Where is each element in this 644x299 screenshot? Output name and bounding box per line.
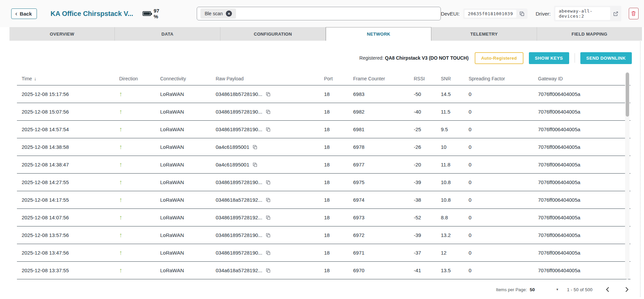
column-header-connectivity: Connectivity bbox=[160, 76, 216, 81]
cell-direction: ↑ bbox=[117, 179, 160, 186]
cell-spreading-factor: 0 bbox=[469, 250, 538, 256]
uplink-arrow-icon: ↑ bbox=[119, 249, 123, 256]
cell-raw-payload: 034861895728190... bbox=[216, 250, 322, 256]
tab-configuration[interactable]: CONFIGURATION bbox=[220, 27, 326, 41]
cell-snr: 11.5 bbox=[441, 109, 469, 115]
driver-pill: abeeway-all-devices:2 bbox=[554, 6, 621, 21]
top-bar: ‹ Back KA Office Chirspstack V... 97 % B… bbox=[0, 0, 644, 27]
cell-snr: 12 bbox=[441, 250, 469, 256]
cell-rssi: -39 bbox=[410, 232, 441, 238]
deveui-pill: 20635f0181001039 bbox=[463, 8, 528, 19]
cell-gateway-id: 7076ff006404005a bbox=[538, 250, 630, 256]
scrollbar-thumb[interactable] bbox=[626, 73, 629, 117]
cell-connectivity: LoRaWAN bbox=[160, 162, 216, 167]
delete-device-button[interactable] bbox=[629, 8, 639, 19]
cell-raw-payload: 0a4c61895001 bbox=[216, 162, 322, 167]
cell-spreading-factor: 0 bbox=[469, 91, 538, 97]
chip-remove-icon[interactable]: ✕ bbox=[226, 11, 232, 17]
next-page-button[interactable] bbox=[623, 286, 630, 293]
tab-bar: OVERVIEWDATACONFIGURATIONNETWORKTELEMETR… bbox=[9, 27, 642, 41]
cell-raw-payload: 0a4c61895001 bbox=[216, 144, 322, 150]
cell-gateway-id: 7076ff006404005a bbox=[538, 144, 630, 150]
copy-payload-icon[interactable] bbox=[265, 250, 271, 256]
cell-direction: ↑ bbox=[117, 108, 160, 116]
cell-frame-counter: 6983 bbox=[353, 91, 410, 97]
column-label: Spreading Factor bbox=[469, 76, 505, 81]
search-input[interactable] bbox=[239, 11, 437, 16]
tab-overview[interactable]: OVERVIEW bbox=[9, 27, 115, 41]
previous-page-button[interactable] bbox=[604, 286, 611, 293]
copy-payload-icon[interactable] bbox=[265, 233, 271, 238]
column-header-time[interactable]: Time↓ bbox=[22, 76, 117, 81]
back-button[interactable]: ‹ Back bbox=[11, 8, 37, 19]
copy-payload-icon[interactable] bbox=[252, 144, 258, 150]
cell-frame-counter: 6975 bbox=[353, 179, 410, 185]
cell-frame-counter: 6973 bbox=[353, 215, 410, 220]
cell-gateway-id: 7076ff006404005a bbox=[538, 215, 630, 220]
column-header-rssi: RSSI bbox=[410, 76, 441, 81]
send-downlink-button[interactable]: SEND DOWNLINK bbox=[580, 52, 632, 64]
copy-payload-icon[interactable] bbox=[252, 162, 258, 167]
cell-port: 18 bbox=[322, 250, 353, 256]
open-driver-external-link-icon[interactable] bbox=[613, 11, 619, 17]
show-keys-button[interactable]: SHOW KEYS bbox=[529, 52, 569, 64]
tab-telemetry[interactable]: TELEMETRY bbox=[431, 27, 537, 41]
battery-icon bbox=[143, 11, 151, 16]
network-toolbar: Registered: QA8 Chirpstack V3 (DO NOT TO… bbox=[0, 52, 644, 64]
table-row: 2025-12-08 13:37:55↑LoRaWAN034a618a57281… bbox=[17, 262, 630, 279]
uplink-arrow-icon: ↑ bbox=[119, 232, 123, 239]
items-per-page-caret-icon[interactable]: ▼ bbox=[556, 288, 559, 291]
cell-time: 2025-12-08 14:57:54 bbox=[22, 126, 117, 132]
trash-icon bbox=[630, 11, 637, 17]
copy-payload-icon[interactable] bbox=[265, 180, 271, 185]
tab-data[interactable]: DATA bbox=[115, 27, 220, 41]
copy-payload-icon[interactable] bbox=[265, 197, 271, 203]
uplink-arrow-icon: ↑ bbox=[119, 267, 123, 274]
cell-port: 18 bbox=[322, 162, 353, 167]
copy-payload-icon[interactable] bbox=[265, 109, 271, 115]
copy-deveui-icon[interactable] bbox=[519, 11, 525, 17]
cell-spreading-factor: 0 bbox=[469, 232, 538, 238]
cell-rssi: -25 bbox=[410, 126, 441, 132]
registered-label: Registered: bbox=[359, 55, 384, 61]
cell-port: 18 bbox=[322, 215, 353, 220]
back-chevron-icon: ‹ bbox=[15, 11, 17, 16]
items-per-page-label: Items per Page: bbox=[496, 287, 527, 292]
paginator: Items per Page: 50 ▼ 1 - 50 of 500 bbox=[0, 283, 644, 296]
copy-payload-icon[interactable] bbox=[265, 215, 271, 220]
cell-direction: ↑ bbox=[117, 126, 160, 133]
uplink-arrow-icon: ↑ bbox=[119, 143, 123, 151]
table-header: Time↓DirectionConnectivityRaw PayloadPor… bbox=[17, 72, 630, 85]
page-title: KA Office Chirspstack V... bbox=[50, 10, 133, 18]
tab-field-mapping[interactable]: FIELD MAPPING bbox=[537, 27, 642, 41]
cell-port: 18 bbox=[322, 144, 353, 150]
copy-payload-icon[interactable] bbox=[265, 268, 271, 273]
tab-network[interactable]: NETWORK bbox=[326, 27, 431, 41]
cell-time: 2025-12-08 14:27:55 bbox=[22, 179, 117, 185]
copy-payload-icon[interactable] bbox=[265, 92, 271, 97]
cell-spreading-factor: 0 bbox=[469, 162, 538, 167]
payload-text: 034861895728190... bbox=[216, 250, 262, 256]
cell-spreading-factor: 0 bbox=[469, 109, 538, 115]
cell-spreading-factor: 0 bbox=[469, 215, 538, 220]
cell-connectivity: LoRaWAN bbox=[160, 267, 216, 273]
cell-port: 18 bbox=[322, 91, 353, 97]
column-header-snr: SNR bbox=[441, 76, 469, 81]
filter-chip-label: Ble scan bbox=[205, 11, 223, 16]
cell-rssi: -37 bbox=[410, 250, 441, 256]
cell-spreading-factor: 0 bbox=[469, 126, 538, 132]
cell-frame-counter: 6982 bbox=[353, 109, 410, 115]
cell-snr: 10.8 bbox=[441, 197, 469, 203]
back-label: Back bbox=[20, 11, 32, 17]
cell-frame-counter: 6978 bbox=[353, 144, 410, 150]
column-label: RSSI bbox=[414, 76, 425, 81]
cell-time: 2025-12-08 14:38:47 bbox=[22, 162, 117, 167]
cell-gateway-id: 7076ff006404005a bbox=[538, 197, 630, 203]
cell-time: 2025-12-08 14:17:55 bbox=[22, 197, 117, 203]
cell-raw-payload: 034861895728190... bbox=[216, 109, 322, 115]
cell-rssi: -41 bbox=[410, 267, 441, 273]
filter-search-box[interactable]: Ble scan ✕ bbox=[197, 7, 441, 20]
cell-raw-payload: 0348618b5728190... bbox=[216, 91, 322, 97]
items-per-page-select[interactable]: 50 bbox=[530, 287, 535, 292]
copy-payload-icon[interactable] bbox=[265, 127, 271, 132]
